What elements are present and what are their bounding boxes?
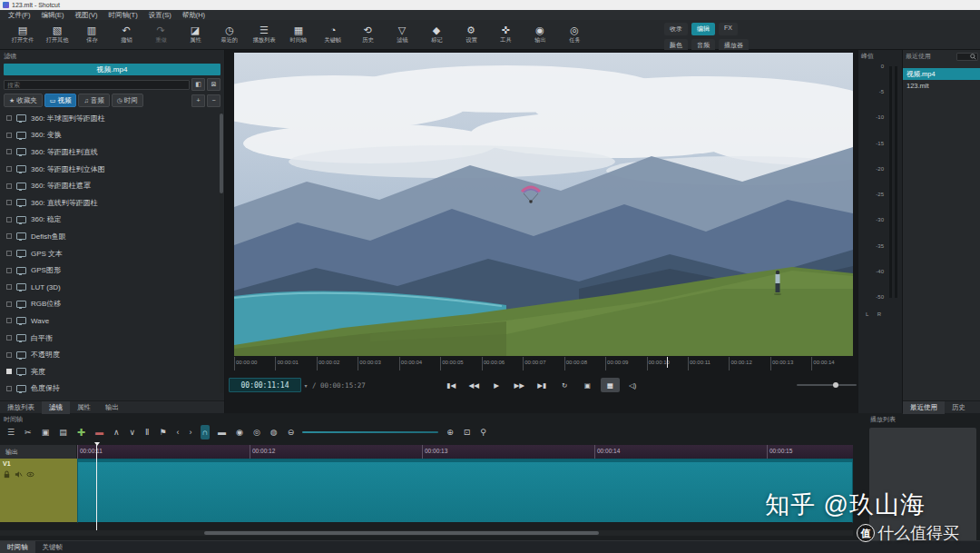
timecode-stepper[interactable]: ▾: [301, 379, 310, 391]
split-button[interactable]: Ⅱ: [143, 425, 151, 439]
panel-tab[interactable]: 滤镜: [42, 401, 70, 414]
filter-list-item[interactable]: 白平衡: [0, 330, 224, 347]
track-head-v1[interactable]: V1: [0, 459, 77, 523]
menu-item[interactable]: 文件(F): [4, 10, 35, 20]
favorite-checkbox[interactable]: [6, 149, 12, 154]
filters-button[interactable]: ▽ 滤镜: [385, 25, 419, 44]
ripple-markers-button[interactable]: ◍: [269, 425, 279, 439]
tools-button[interactable]: ✜ 工具: [488, 25, 523, 44]
panel-tab[interactable]: 输出: [98, 401, 126, 414]
recent-file-item[interactable]: 123.mlt: [903, 80, 980, 92]
overwrite-button[interactable]: ∨: [127, 425, 137, 439]
favorite-checkbox[interactable]: [6, 301, 12, 307]
append-button[interactable]: ✚: [75, 425, 87, 439]
next-marker-button[interactable]: ›: [188, 425, 194, 439]
timeline-scrollbar[interactable]: [0, 530, 853, 536]
jobs-button[interactable]: ◎ 任务: [557, 25, 592, 44]
favorite-checkbox[interactable]: [6, 318, 12, 323]
paste-button[interactable]: ▤: [57, 425, 69, 439]
add-filter-button[interactable]: +: [191, 94, 205, 107]
recent-button[interactable]: ◷ 最近的: [212, 25, 247, 44]
save-button[interactable]: ▥ 保存: [74, 25, 109, 44]
favorite-checkbox[interactable]: [6, 183, 12, 189]
recent-search-input[interactable]: [956, 53, 978, 61]
volume-slider[interactable]: [797, 384, 857, 386]
panel-tab[interactable]: 播放列表: [0, 401, 42, 414]
video-preview[interactable]: [234, 53, 853, 356]
volume-button[interactable]: ◁): [623, 378, 642, 392]
filter-search-input[interactable]: [4, 80, 190, 90]
zoom-in-button[interactable]: ⊕: [445, 425, 456, 439]
properties-button[interactable]: ◪ 属性: [178, 25, 212, 44]
scrub-while-dragging-button[interactable]: ▬: [216, 425, 228, 439]
filter-list-item[interactable]: 360: 变换: [0, 127, 224, 144]
cut-button[interactable]: ✂: [23, 425, 34, 439]
panel-tab[interactable]: 最近使用: [903, 401, 945, 414]
skip-to-end-button[interactable]: ▶▮: [533, 378, 552, 392]
favorite-checkbox[interactable]: [6, 133, 12, 138]
filter-tab-audio[interactable]: ♫ 音频: [78, 94, 109, 107]
layout-fx-button[interactable]: FX: [719, 23, 738, 35]
current-timecode-field[interactable]: 00:00:11:14: [229, 378, 301, 392]
ripple-button[interactable]: ◉: [234, 425, 245, 439]
filter-tab-time[interactable]: ◷ 时间: [112, 94, 143, 107]
paste-filters-button[interactable]: ⊠: [207, 78, 220, 91]
zoom-out-button[interactable]: ⊖: [286, 425, 297, 439]
favorite-checkbox[interactable]: [6, 335, 12, 341]
menu-item[interactable]: 设置(S): [144, 10, 176, 20]
filter-list-item[interactable]: 360: 等距圆柱遮罩: [0, 177, 224, 194]
panel-tab[interactable]: 属性: [70, 401, 98, 414]
timeline-playhead[interactable]: [96, 445, 97, 530]
favorite-checkbox[interactable]: [6, 284, 12, 290]
favorite-checkbox[interactable]: [6, 369, 12, 374]
remove-filter-button[interactable]: −: [207, 94, 220, 107]
player-playhead[interactable]: [667, 357, 668, 368]
panel-tab[interactable]: 历史: [945, 401, 973, 414]
export-button[interactable]: ◉ 输出: [523, 25, 557, 44]
play-button[interactable]: ▶: [487, 378, 506, 392]
timeline-menu-button[interactable]: ☰: [5, 425, 16, 439]
favorite-checkbox[interactable]: [6, 233, 12, 239]
prev-marker-button[interactable]: ‹: [175, 425, 181, 439]
mute-icon[interactable]: [15, 470, 23, 479]
history-button[interactable]: ⟲ 历史: [350, 25, 385, 44]
ripple-delete-button[interactable]: ▬: [93, 425, 105, 439]
skip-to-start-button[interactable]: ▮◀: [442, 378, 461, 392]
open-other-button[interactable]: ▧ 打开其他: [40, 25, 74, 44]
favorite-checkbox[interactable]: [6, 268, 12, 273]
timeline-zoom-slider[interactable]: [302, 431, 438, 433]
filter-list-scrollbar[interactable]: [220, 112, 223, 393]
filter-list-item[interactable]: GPS图形: [0, 262, 224, 279]
timeline-clip[interactable]: [77, 459, 853, 523]
fast-forward-button[interactable]: ▶▶: [510, 378, 529, 392]
copy-button[interactable]: ▣: [40, 425, 52, 439]
keyframes-button[interactable]: ◔ 关键帧: [316, 25, 350, 44]
filter-list-item[interactable]: 360: 稳定: [0, 212, 224, 229]
voiceover-button[interactable]: ⚲: [478, 425, 488, 439]
filter-list-item[interactable]: 亮度: [0, 363, 224, 380]
open-file-button[interactable]: ▤ 打开文件: [5, 25, 40, 44]
recent-file-item[interactable]: 视频.mp4: [903, 68, 980, 80]
timeline-bottom-tab[interactable]: 时间轴: [0, 541, 35, 553]
lift-button[interactable]: ∧: [112, 425, 122, 439]
favorite-checkbox[interactable]: [6, 115, 12, 121]
snap-button[interactable]: ∩: [201, 425, 210, 439]
markers-button[interactable]: ◆ 标记: [419, 25, 454, 44]
menu-item[interactable]: 视图(V): [71, 10, 103, 20]
timeline-output-button[interactable]: 输出: [0, 445, 77, 459]
filter-list-item[interactable]: 360: 等距圆柱到立体图: [0, 161, 224, 178]
layout-logging-button[interactable]: 收录: [664, 23, 688, 35]
ripple-all-tracks-button[interactable]: ◎: [251, 425, 262, 439]
loop-button[interactable]: ↻: [555, 378, 574, 392]
lock-icon[interactable]: [3, 470, 11, 479]
timeline-bottom-tab[interactable]: 关键帧: [35, 541, 71, 553]
filter-list-item[interactable]: 360: 直线到等距圆柱: [0, 194, 224, 212]
filter-list-item[interactable]: Defish鱼眼: [0, 228, 224, 245]
filter-list-item[interactable]: Wave: [0, 312, 224, 330]
favorite-checkbox[interactable]: [6, 166, 12, 172]
filter-list-item[interactable]: LUT (3D): [0, 279, 224, 296]
filter-list-item[interactable]: GPS 文本: [0, 245, 224, 262]
timeline-ruler[interactable]: 00:00:1100:00:1200:00:1300:00:1400:00:15: [77, 445, 853, 459]
favorite-checkbox[interactable]: [6, 217, 12, 222]
favorite-checkbox[interactable]: [6, 352, 12, 358]
